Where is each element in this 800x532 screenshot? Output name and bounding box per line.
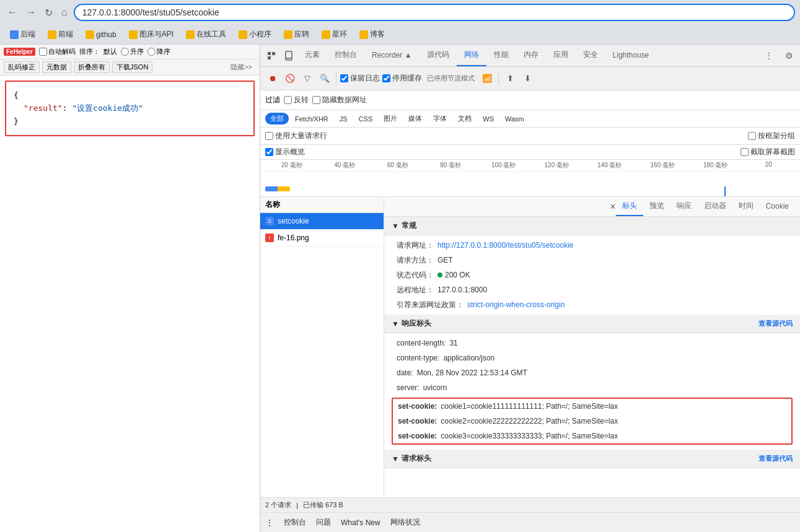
show-overview-checkbox[interactable] (265, 148, 273, 156)
group-by-frame-checkbox[interactable] (748, 132, 756, 140)
device-icon-btn[interactable] (280, 47, 297, 64)
request-item-setcookie[interactable]: S setcookie (260, 213, 384, 230)
transferred-size: 已传输 673 B (303, 500, 343, 510)
reload-button[interactable]: ↻ (42, 4, 55, 21)
invert-checkbox[interactable] (284, 96, 292, 104)
bottom-tab-whats-new[interactable]: What's New (341, 518, 380, 527)
response-headers-header[interactable]: ▼ 响应标头 查看源代码 (384, 315, 800, 333)
large-rows-label[interactable]: 使用大量请求行 (265, 131, 327, 141)
bookmark-miniprogram[interactable]: 小程序 (234, 27, 276, 41)
tab-security[interactable]: 安全 (576, 45, 605, 66)
sort-asc-label[interactable]: 升序 (121, 47, 144, 56)
preserve-log-checkbox[interactable] (340, 74, 348, 82)
filter-panel-btn[interactable]: ▽ (300, 71, 315, 86)
capture-screenshots-checkbox[interactable] (741, 148, 749, 156)
detail-tab-timing[interactable]: 时间 (732, 197, 760, 216)
auto-decode-checkbox[interactable] (39, 48, 47, 56)
show-overview-label[interactable]: 显示概览 (265, 147, 305, 157)
bookmark-xihuan[interactable]: 星环 (317, 27, 352, 41)
detail-tab-preview[interactable]: 预览 (643, 197, 670, 216)
large-rows-checkbox[interactable] (265, 132, 273, 140)
type-js-btn[interactable]: JS (335, 114, 353, 124)
referrer-policy-key: 引荐来源网址政策： (397, 299, 464, 310)
tab-application[interactable]: 应用 (546, 45, 576, 66)
tab-recorder[interactable]: Recorder ▲ (364, 46, 420, 66)
filter-label: 过滤 (265, 95, 280, 105)
sort-desc-label[interactable]: 降序 (147, 47, 170, 56)
type-media-btn[interactable]: 媒体 (403, 113, 427, 124)
request-expand-icon: ▼ (392, 455, 399, 463)
download-json-btn[interactable]: 下载JSON (112, 61, 152, 73)
back-button[interactable]: ← (5, 4, 20, 20)
hide-link[interactable]: 隐藏>> (227, 61, 256, 73)
record-btn[interactable]: ⏺ (265, 71, 280, 86)
request-item-png[interactable]: I fe-16.png (260, 230, 384, 246)
bottom-tab-console[interactable]: 控制台 (284, 517, 306, 528)
bookmark-online-tools[interactable]: 在线工具 (181, 27, 231, 41)
inspect-icon-btn[interactable] (263, 47, 280, 64)
type-fetch-xhr-btn[interactable]: Fetch/XHR (290, 114, 333, 124)
garbled-fix-btn[interactable]: 乱码修正 (4, 61, 40, 73)
menu-icon[interactable]: ⋮ (265, 518, 274, 528)
upload-icon[interactable]: ⬆ (503, 71, 517, 86)
throttle-select[interactable]: 已停用节流模式 (424, 71, 477, 86)
svg-rect-2 (268, 56, 271, 59)
group-by-frame-label[interactable]: 按框架分组 (748, 131, 795, 141)
bookmark-yingpin[interactable]: 应聘 (279, 27, 314, 41)
status-code-key: 状态代码： (397, 269, 434, 281)
request-headers-header[interactable]: ▼ 请求标头 查看源代码 (384, 450, 800, 468)
tab-elements[interactable]: 元素 (297, 45, 327, 66)
detail-tab-headers[interactable]: 标头 (616, 197, 643, 216)
address-bar[interactable]: 127.0.0.1:8000/test/stu05/setcookie (74, 4, 795, 21)
collapse-all-btn[interactable]: 折叠所有 (74, 61, 110, 73)
download-icon[interactable]: ⬇ (520, 71, 535, 86)
detail-close-btn[interactable]: × (610, 201, 615, 212)
bottom-tab-network-conditions[interactable]: 网络状况 (390, 517, 420, 528)
general-section-header[interactable]: ▼ 常规 (384, 217, 800, 235)
bookmark-label: 博客 (370, 29, 385, 40)
tab-sources[interactable]: 源代码 (420, 45, 457, 66)
type-doc-btn[interactable]: 文档 (453, 113, 477, 124)
detail-tab-response[interactable]: 响应 (670, 197, 698, 216)
capture-screenshots-label[interactable]: 截取屏幕截图 (741, 147, 795, 157)
more-tools-btn[interactable]: ⋮ (760, 47, 778, 64)
detail-tab-cookie[interactable]: Cookie (760, 198, 795, 216)
view-response-source-link[interactable]: 查看源代码 (758, 319, 793, 328)
bookmark-icon (86, 30, 94, 39)
hide-data-urls-checkbox[interactable] (312, 96, 320, 104)
bookmark-image-api[interactable]: 图床与API (124, 27, 178, 41)
tab-lighthouse[interactable]: Lighthouse (605, 46, 657, 66)
type-font-btn[interactable]: 字体 (428, 113, 452, 124)
detail-tab-initiator[interactable]: 启动器 (698, 197, 732, 216)
tab-network[interactable]: 网络 (457, 45, 486, 66)
home-button[interactable]: ⌂ (59, 4, 70, 20)
bookmark-houjduan[interactable]: 后端 (5, 27, 40, 41)
disable-cache-checkbox[interactable] (382, 74, 390, 82)
type-ws-btn[interactable]: WS (478, 114, 499, 124)
tab-performance[interactable]: 性能 (486, 45, 516, 66)
auto-decode-label[interactable]: 自动解码 (39, 47, 76, 56)
preserve-log-label[interactable]: 保留日志 (340, 73, 380, 84)
bookmark-github[interactable]: github (81, 28, 121, 41)
sort-desc-radio[interactable] (147, 48, 156, 56)
invert-label[interactable]: 反转 (284, 95, 309, 105)
type-wasm-btn[interactable]: Wasm (500, 114, 529, 124)
type-all-btn[interactable]: 全部 (265, 113, 289, 124)
type-img-btn[interactable]: 图片 (379, 113, 402, 124)
disable-cache-label[interactable]: 停用缓存 (382, 73, 422, 84)
tab-memory[interactable]: 内存 (516, 45, 546, 66)
view-request-source-link[interactable]: 查看源代码 (758, 454, 793, 463)
tab-console[interactable]: 控制台 (327, 45, 364, 66)
wifi-icon[interactable]: 📶 (480, 71, 495, 86)
search-btn[interactable]: 🔍 (317, 71, 332, 86)
forward-button[interactable]: → (24, 4, 38, 20)
settings-btn[interactable]: ⚙ (780, 47, 798, 64)
bookmark-qianduan[interactable]: 前端 (43, 27, 78, 41)
hide-data-urls-label[interactable]: 隐藏数据网址 (312, 95, 367, 105)
sort-asc-radio[interactable] (121, 48, 129, 56)
bookmark-blog[interactable]: 博客 (354, 27, 390, 41)
bottom-tab-issues[interactable]: 问题 (316, 517, 331, 528)
type-css-btn[interactable]: CSS (354, 114, 378, 124)
metadata-btn[interactable]: 元数据 (42, 61, 71, 73)
clear-btn[interactable]: 🚫 (283, 71, 297, 86)
